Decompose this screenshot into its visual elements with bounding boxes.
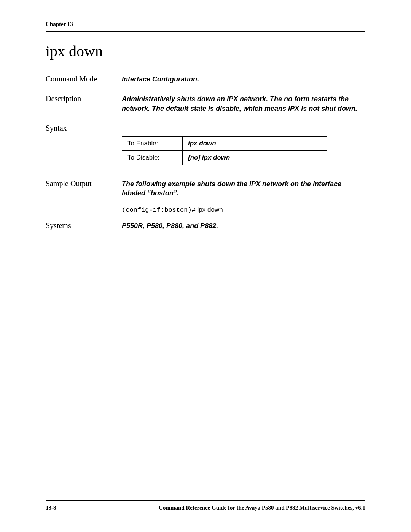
sample-output-intro: The following example shuts down the IPX… bbox=[122, 179, 365, 198]
page-title: ipx down bbox=[46, 42, 365, 60]
header-rule bbox=[46, 31, 365, 32]
description-label: Description bbox=[46, 94, 122, 103]
sample-output-label: Sample Output bbox=[46, 179, 122, 188]
description-row: Description Administratively shuts down … bbox=[46, 94, 365, 113]
page-content: Chapter 13 ipx down Command Mode Interfa… bbox=[46, 21, 365, 509]
syntax-row: Syntax bbox=[46, 124, 365, 133]
systems-row: Systems P550R, P580, P880, and P882. bbox=[46, 221, 365, 230]
sample-output-prompt: (config-if:boston)# bbox=[122, 206, 196, 214]
syntax-disable-left: To Disable: bbox=[122, 150, 183, 165]
systems-value: P550R, P580, P880, and P882. bbox=[122, 221, 365, 230]
syntax-table-wrap: To Enable: ipx down To Disable: [no] ipx… bbox=[122, 136, 365, 166]
syntax-enable-left: To Enable: bbox=[122, 136, 183, 150]
syntax-enable-right: ipx down bbox=[183, 136, 327, 150]
command-mode-row: Command Mode Interface Configuration. bbox=[46, 75, 365, 84]
table-row: To Disable: [no] ipx down bbox=[122, 150, 327, 165]
sample-output-command-line: (config-if:boston)# ipx down bbox=[122, 206, 365, 214]
syntax-label: Syntax bbox=[46, 124, 122, 133]
sample-output-command: ipx down bbox=[196, 206, 223, 213]
syntax-table-row: To Enable: ipx down To Disable: [no] ipx… bbox=[46, 136, 365, 166]
systems-label: Systems bbox=[46, 221, 122, 230]
chapter-header: Chapter 13 bbox=[46, 21, 365, 27]
footer-doc-title: Command Reference Guide for the Avaya P5… bbox=[159, 505, 365, 511]
description-value: Administratively shuts down an IPX netwo… bbox=[122, 94, 365, 113]
command-mode-value: Interface Configuration. bbox=[122, 75, 365, 84]
syntax-table: To Enable: ipx down To Disable: [no] ipx… bbox=[122, 136, 327, 165]
table-row: To Enable: ipx down bbox=[122, 136, 327, 150]
footer-page-number: 13-8 bbox=[46, 505, 56, 511]
command-mode-label: Command Mode bbox=[46, 75, 122, 83]
sample-output-value: The following example shuts down the IPX… bbox=[122, 179, 365, 214]
page-footer: 13-8 Command Reference Guide for the Ava… bbox=[46, 497, 365, 511]
footer-rule bbox=[46, 500, 365, 501]
sample-output-row: Sample Output The following example shut… bbox=[46, 179, 365, 214]
syntax-disable-right: [no] ipx down bbox=[183, 150, 327, 165]
footer-line: 13-8 Command Reference Guide for the Ava… bbox=[46, 505, 365, 511]
